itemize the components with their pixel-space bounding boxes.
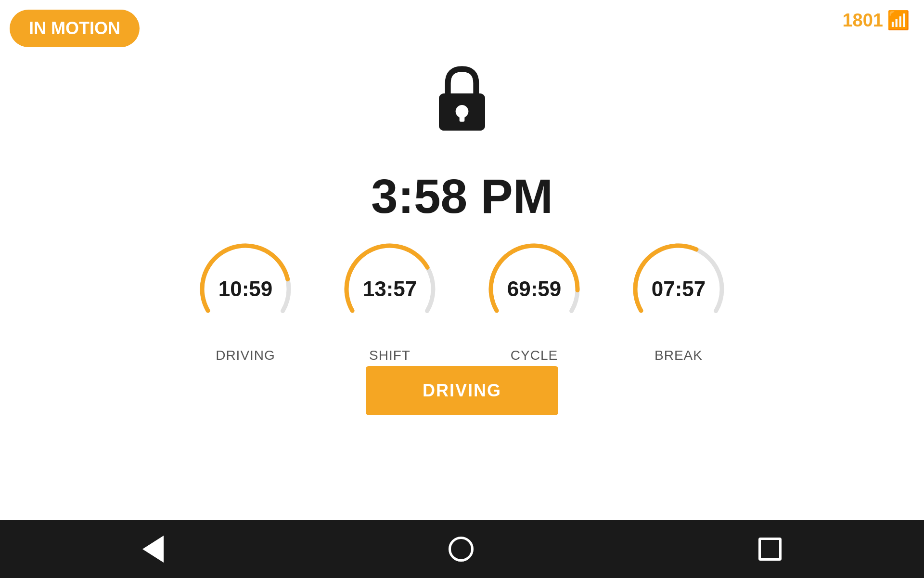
gauge-value-cycle: 69:59 [507,277,562,301]
driving-button[interactable]: DRIVING [366,366,558,415]
nav-bar [0,520,924,578]
gauge-shift: 13:57SHIFT [337,236,443,363]
lock-icon-container [424,63,500,140]
gauge-driving: 10:59DRIVING [192,236,298,363]
device-id-label: 1801 [842,10,883,31]
back-icon[interactable] [142,536,164,563]
gauge-value-break: 07:57 [652,277,706,301]
gauges-row: 10:59DRIVING13:57SHIFT69:59CYCLE07:57BRE… [192,236,732,363]
lock-icon [424,63,500,140]
gauge-value-shift: 13:57 [363,277,417,301]
gauge-circle-driving: 10:59 [192,236,298,342]
home-button[interactable] [449,537,474,562]
current-time: 3:58 PM [371,169,553,224]
gauge-break: 07:57BREAK [626,236,732,363]
in-motion-button[interactable]: IN MOTION [10,10,140,47]
home-icon[interactable] [449,537,474,562]
back-button[interactable] [142,536,164,563]
recent-icon[interactable] [758,538,782,561]
device-info: 1801 📶 [842,10,910,31]
bluetooth-icon: 📶 [887,10,910,31]
recent-button[interactable] [758,538,782,561]
gauge-value-driving: 10:59 [218,277,273,301]
gauge-circle-break: 07:57 [626,236,732,342]
gauge-circle-cycle: 69:59 [481,236,587,342]
gauge-circle-shift: 13:57 [337,236,443,342]
svg-rect-2 [460,114,465,122]
gauge-cycle: 69:59CYCLE [481,236,587,363]
